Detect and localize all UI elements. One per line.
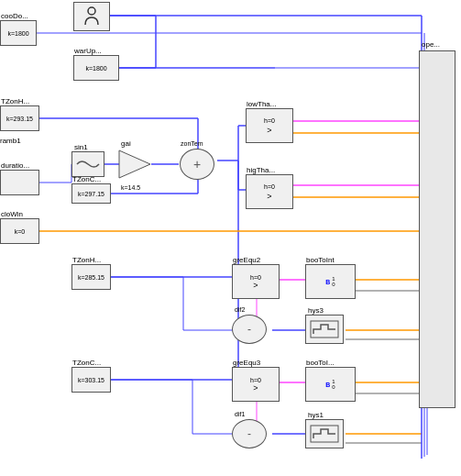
higtha-gt: > <box>267 192 271 201</box>
lowtha-label: lowTha... <box>247 100 276 108</box>
greequ3-label: greEqu3 <box>233 359 260 367</box>
zontem-block[interactable]: + zonTem <box>180 149 214 180</box>
bootoi2-block[interactable]: booToI... B 1 0 <box>305 367 356 402</box>
bootoint-block[interactable]: booToInt B 1 0 <box>305 264 356 299</box>
tzonh2-value: k=285.15 <box>78 274 104 281</box>
warup-value: k=1800 <box>85 65 106 72</box>
warup-label: warUp... <box>74 47 102 55</box>
hys3-label: hys3 <box>308 306 324 315</box>
occsch-label: occSch <box>74 0 98 2</box>
coodo-label: cooDo... <box>1 12 28 20</box>
coodo-value: k=1800 <box>7 30 28 37</box>
tzonc-label: TZonC... <box>72 175 101 183</box>
tzonc2-label: TZonC... <box>72 359 101 367</box>
tzonc2-block[interactable]: TZonC... k=303.15 <box>71 367 111 393</box>
ramb1-label: ramb1 <box>0 136 21 145</box>
simulation-canvas: occSch cooDo... k=1800 warUp... k=1800 T… <box>0 0 461 476</box>
dif2-label: dif2 <box>235 306 245 313</box>
ope-label: ope... <box>422 40 440 49</box>
tzonh1-label: TZonH... <box>1 97 29 105</box>
greequ3-gt: > <box>253 383 258 393</box>
greequ2-h: h=0 <box>250 274 261 281</box>
higtha-label: higTha... <box>247 166 275 174</box>
dif1-block[interactable]: - dif1 <box>232 419 267 448</box>
clowin-value: k=0 <box>15 228 25 235</box>
gai-block[interactable]: gai k=14.5 <box>117 149 152 180</box>
svg-point-56 <box>88 7 95 15</box>
hys1-block[interactable]: hys1 <box>305 419 344 448</box>
gai-value: k=14.5 <box>121 184 140 191</box>
higtha-h: h=0 <box>264 183 275 190</box>
sin1-block[interactable]: sin1 <box>71 151 104 177</box>
sin1-label: sin1 <box>74 143 88 151</box>
zontem-icon: + <box>193 157 201 172</box>
greequ2-block[interactable]: greEqu2 h=0 > <box>232 264 280 299</box>
duratio-block[interactable]: duratio... <box>0 170 39 195</box>
wire-layer <box>0 0 461 476</box>
clowin-label: cloWin <box>1 210 23 218</box>
lowtha-gt: > <box>267 126 271 135</box>
greequ2-label: greEqu2 <box>233 256 260 264</box>
greequ3-h: h=0 <box>250 377 261 383</box>
lowtha-block[interactable]: lowTha... h=0 > <box>246 108 293 143</box>
tzonh2-label: TZonH... <box>72 256 101 264</box>
hys3-block[interactable]: hys3 <box>305 315 344 344</box>
bootoi2-label: booToI... <box>306 359 335 367</box>
dif1-icon: - <box>247 427 251 440</box>
svg-marker-57 <box>119 150 150 178</box>
tzonh1-block[interactable]: TZonH... k=293.15 <box>0 105 39 131</box>
duratio-label: duratio... <box>1 161 29 170</box>
ope-block[interactable]: ope... <box>419 50 456 408</box>
bootoint-label: booToInt <box>306 256 335 264</box>
dif1-label: dif1 <box>235 411 245 417</box>
occsch-block[interactable]: occSch <box>73 2 110 31</box>
greequ2-gt: > <box>253 281 258 290</box>
tzonc-value: k=297.15 <box>78 191 104 197</box>
coodo-block[interactable]: cooDo... k=1800 <box>0 20 37 46</box>
zontem-label: zonTem <box>181 140 203 147</box>
lowtha-h: h=0 <box>264 117 275 124</box>
gai-label: gai <box>121 139 131 148</box>
tzonc2-value: k=303.15 <box>78 377 104 383</box>
dif2-icon: - <box>247 323 251 336</box>
hys1-label: hys1 <box>308 411 324 419</box>
tzonh1-value: k=293.15 <box>6 116 33 122</box>
dif2-block[interactable]: - dif2 <box>232 315 267 344</box>
tzonc-block[interactable]: TZonC... k=297.15 <box>71 183 111 204</box>
tzonh2-block[interactable]: TZonH... k=285.15 <box>71 264 111 290</box>
warup-block[interactable]: warUp... k=1800 <box>73 55 119 81</box>
greequ3-block[interactable]: greEqu3 h=0 > <box>232 367 280 402</box>
clowin-block[interactable]: cloWin k=0 <box>0 218 39 244</box>
higtha-block[interactable]: higTha... h=0 > <box>246 174 293 209</box>
